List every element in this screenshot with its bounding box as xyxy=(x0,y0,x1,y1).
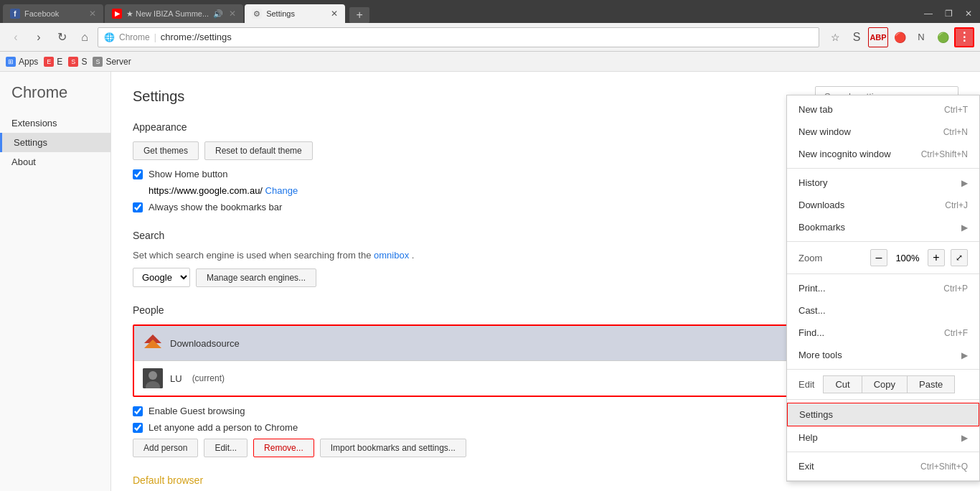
get-themes-button[interactable]: Get themes xyxy=(133,141,199,160)
menu-new-window-shortcut: Ctrl+N xyxy=(943,127,968,137)
let-anyone-checkbox[interactable] xyxy=(133,423,143,433)
reset-theme-button[interactable]: Reset to default theme xyxy=(204,141,313,160)
extension1-button[interactable]: 🔴 xyxy=(890,27,910,47)
menu-print[interactable]: Print... Ctrl+P xyxy=(787,277,979,299)
menu-bookmarks[interactable]: Bookmarks ▶ xyxy=(787,216,979,238)
remove-person-button[interactable]: Remove... xyxy=(253,439,314,457)
sidebar-item-settings[interactable]: Settings xyxy=(0,133,110,152)
menu-cast[interactable]: Cast... xyxy=(787,299,979,322)
forward-button[interactable]: › xyxy=(29,27,49,47)
tab-facebook-close[interactable]: ✕ xyxy=(89,9,96,19)
edit-person-button[interactable]: Edit... xyxy=(204,439,248,457)
manage-search-engines-button[interactable]: Manage search engines... xyxy=(196,268,316,287)
menu-section-new: New tab Ctrl+T New window Ctrl+N New inc… xyxy=(787,95,979,169)
bookmarks-bar-label: Always show the bookmarks bar xyxy=(149,202,282,212)
paste-button[interactable]: Paste xyxy=(908,375,955,393)
apps-favicon: ⊞ xyxy=(6,57,16,67)
reload-button[interactable]: ↻ xyxy=(52,27,72,47)
menu-section-zoom: Zoom – 100% + ⤢ xyxy=(787,242,979,274)
ds-avatar xyxy=(143,333,163,353)
extension3-button[interactable]: 🟢 xyxy=(933,27,953,47)
sidebar-item-about[interactable]: About xyxy=(0,152,110,172)
audio-icon: 🔊 xyxy=(213,9,223,19)
menu-new-window[interactable]: New window Ctrl+N xyxy=(787,121,979,143)
menu-print-label: Print... xyxy=(798,283,826,294)
tab-youtube-close[interactable]: ✕ xyxy=(229,9,236,19)
address-bar[interactable]: 🌐 Chrome | chrome://settings xyxy=(98,27,819,47)
sidebar-app-title: Chrome xyxy=(0,83,110,113)
menu-history[interactable]: History ▶ xyxy=(787,172,979,194)
zoom-fullscreen-button[interactable]: ⤢ xyxy=(951,249,968,266)
menu-incognito[interactable]: New incognito window Ctrl+Shift+N xyxy=(787,143,979,165)
omnibox-link[interactable]: omnibox xyxy=(374,250,409,261)
sidebar-item-extensions[interactable]: Extensions xyxy=(0,113,110,133)
adblock-button[interactable]: ABP xyxy=(868,27,888,47)
menu-help[interactable]: Help ▶ xyxy=(787,426,979,449)
menu-more-tools[interactable]: More tools ▶ xyxy=(787,344,979,366)
menu-bookmarks-arrow: ▶ xyxy=(961,223,968,233)
tab-settings-title: Settings xyxy=(266,9,326,18)
facebook-favicon: f xyxy=(10,9,20,19)
avatar-button[interactable]: S xyxy=(847,27,867,47)
edit-row: Edit Cut Copy Paste xyxy=(787,373,979,396)
menu-more-tools-label: More tools xyxy=(798,350,842,360)
chrome-menu-button[interactable]: ⋮ xyxy=(954,27,974,47)
guest-browsing-checkbox[interactable] xyxy=(133,406,143,416)
menu-exit[interactable]: Exit Ctrl+Shift+Q xyxy=(787,455,979,477)
zoom-minus-button[interactable]: – xyxy=(870,249,887,266)
home-url-text: https://www.google.com.au/ xyxy=(149,185,263,196)
address-site: Chrome xyxy=(119,32,150,42)
bookmarks-server[interactable]: S Server xyxy=(93,57,131,67)
search-engine-dropdown[interactable]: Google xyxy=(133,268,190,287)
nav-icons: ☆ S ABP 🔴 N 🟢 ⋮ xyxy=(825,27,974,47)
e-favicon: E xyxy=(44,57,54,67)
menu-exit-shortcut: Ctrl+Shift+Q xyxy=(920,462,968,472)
home-url-change-link[interactable]: Change xyxy=(265,185,298,196)
maximize-button[interactable]: ❐ xyxy=(940,7,957,20)
search-desc-end: . xyxy=(412,250,415,261)
minimize-button[interactable]: — xyxy=(920,7,937,20)
add-person-button[interactable]: Add person xyxy=(133,439,198,457)
menu-downloads-label: Downloads xyxy=(798,200,844,210)
bookmarks-e[interactable]: E E xyxy=(44,57,62,67)
menu-new-tab[interactable]: New tab Ctrl+T xyxy=(787,98,979,121)
bookmarks-apps[interactable]: ⊞ Apps xyxy=(6,57,38,67)
menu-find[interactable]: Find... Ctrl+F xyxy=(787,322,979,344)
menu-exit-label: Exit xyxy=(798,461,814,472)
tab-facebook[interactable]: f Facebook ✕ xyxy=(3,4,103,23)
menu-history-label: History xyxy=(798,177,827,188)
page-title: Settings xyxy=(133,88,184,105)
e-label: E xyxy=(57,57,62,67)
bookmarks-bar-checkbox[interactable] xyxy=(133,202,143,212)
show-home-checkbox[interactable] xyxy=(133,169,143,179)
menu-settings[interactable]: Settings xyxy=(787,403,979,426)
nav-bar: ‹ › ↻ ⌂ 🌐 Chrome | chrome://settings ☆ S… xyxy=(0,23,980,52)
cut-button[interactable]: Cut xyxy=(823,375,862,393)
menu-new-window-label: New window xyxy=(798,126,851,137)
tab-youtube[interactable]: ▶ ★ New IBIZA Summe... 🔊 ✕ xyxy=(105,4,243,23)
home-button[interactable]: ⌂ xyxy=(75,27,95,47)
menu-find-label: Find... xyxy=(798,327,824,338)
browser-frame: f Facebook ✕ ▶ ★ New IBIZA Summe... 🔊 ✕ … xyxy=(0,0,980,491)
import-bookmarks-button[interactable]: Import bookmarks and settings... xyxy=(320,439,466,457)
search-desc-text: Set which search engine is used when sea… xyxy=(133,250,371,261)
close-button[interactable]: ✕ xyxy=(960,7,977,20)
back-button[interactable]: ‹ xyxy=(6,27,26,47)
sidebar: Chrome Extensions Settings About xyxy=(0,72,111,491)
menu-downloads-shortcut: Ctrl+J xyxy=(945,200,968,210)
tab-settings-close[interactable]: ✕ xyxy=(331,9,338,19)
new-tab-button[interactable]: + xyxy=(349,7,369,23)
extension2-button[interactable]: N xyxy=(911,27,931,47)
main-area: Chrome Extensions Settings About Setting… xyxy=(0,72,980,491)
bookmarks-s[interactable]: S S xyxy=(68,57,87,67)
s-favicon: S xyxy=(68,57,78,67)
address-separator: | xyxy=(154,32,156,42)
menu-downloads[interactable]: Downloads Ctrl+J xyxy=(787,194,979,216)
menu-more-tools-arrow: ▶ xyxy=(961,350,968,360)
window-controls: — ❐ ✕ xyxy=(920,7,977,23)
bookmark-star-button[interactable]: ☆ xyxy=(825,27,845,47)
zoom-plus-button[interactable]: + xyxy=(928,249,945,266)
menu-section-history: History ▶ Downloads Ctrl+J Bookmarks ▶ xyxy=(787,169,979,242)
copy-button[interactable]: Copy xyxy=(862,375,908,393)
tab-settings[interactable]: ⚙ Settings ✕ xyxy=(245,4,345,23)
